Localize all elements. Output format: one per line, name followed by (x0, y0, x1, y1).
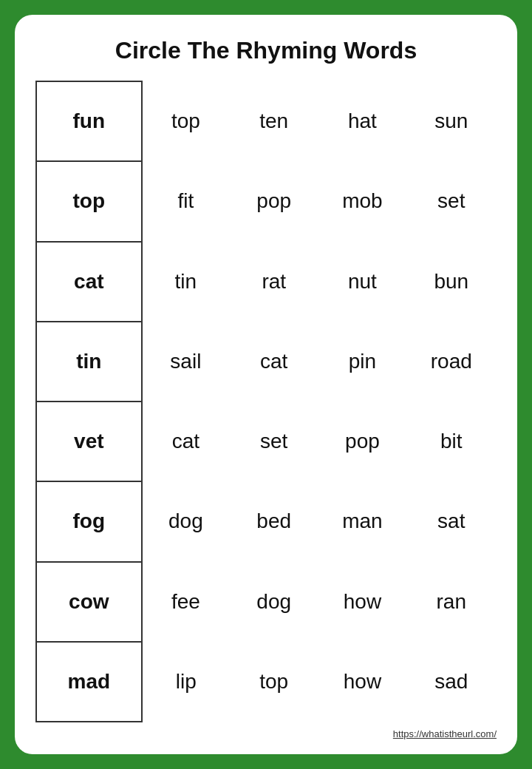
option-cell-4-1: set (230, 402, 318, 481)
keyword-cell-7: mad (36, 642, 142, 722)
option-cell-6-2: how (318, 562, 406, 642)
option-cell-2-0: tin (142, 242, 230, 322)
option-cell-0-0: top (142, 81, 230, 161)
option-cell-1-2: mob (318, 161, 406, 241)
option-cell-4-2: pop (318, 402, 406, 481)
option-cell-3-3: road (407, 322, 496, 402)
option-cell-5-1: bed (230, 481, 318, 561)
option-cell-5-0: dog (142, 481, 230, 561)
table-row: cowfeedoghowran (36, 562, 496, 642)
option-cell-3-0: sail (142, 322, 230, 402)
option-cell-0-3: sun (407, 81, 496, 161)
worksheet-card: Circle The Rhyming Words funtoptenhatsun… (15, 15, 517, 754)
table-row: madliptophowsad (36, 642, 496, 722)
option-cell-7-3: sad (407, 642, 496, 722)
option-cell-7-2: how (318, 642, 406, 722)
table-row: topfitpopmobset (36, 161, 496, 241)
keyword-cell-0: fun (36, 81, 142, 161)
option-cell-6-1: dog (230, 562, 318, 642)
option-cell-6-3: ran (407, 562, 496, 642)
option-cell-1-3: set (407, 161, 496, 241)
option-cell-6-0: fee (142, 562, 230, 642)
option-cell-2-2: nut (318, 242, 406, 322)
option-cell-4-0: cat (142, 402, 230, 481)
rhyming-table: funtoptenhatsuntopfitpopmobsetcattinratn… (35, 81, 497, 722)
option-cell-2-1: rat (230, 242, 318, 322)
option-cell-2-3: bun (407, 242, 496, 322)
keyword-cell-2: cat (36, 242, 142, 322)
option-cell-3-2: pin (318, 322, 406, 402)
keyword-cell-3: tin (36, 322, 142, 402)
keyword-cell-1: top (36, 161, 142, 241)
page-title: Circle The Rhyming Words (35, 37, 497, 64)
option-cell-5-3: sat (407, 481, 496, 561)
option-cell-4-3: bit (407, 402, 496, 481)
table-row: cattinratnutbun (36, 242, 496, 322)
option-cell-7-1: top (230, 642, 318, 722)
option-cell-5-2: man (318, 481, 406, 561)
keyword-cell-4: vet (36, 402, 142, 481)
footer-url: https://whatistheurl.com/ (35, 728, 497, 739)
option-cell-3-1: cat (230, 322, 318, 402)
option-cell-7-0: lip (142, 642, 230, 722)
keyword-cell-6: cow (36, 562, 142, 642)
option-cell-0-1: ten (230, 81, 318, 161)
option-cell-0-2: hat (318, 81, 406, 161)
table-row: funtoptenhatsun (36, 81, 496, 161)
table-row: tinsailcatpinroad (36, 322, 496, 402)
table-row: vetcatsetpopbit (36, 402, 496, 481)
keyword-cell-5: fog (36, 481, 142, 561)
table-row: fogdogbedmansat (36, 481, 496, 561)
option-cell-1-0: fit (142, 161, 230, 241)
option-cell-1-1: pop (230, 161, 318, 241)
